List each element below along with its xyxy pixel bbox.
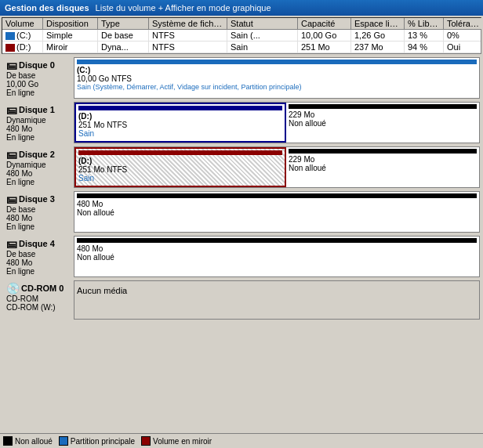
hd-icon: 🖴 — [6, 237, 17, 250]
disk-label-0: 🖴 Disque 0 De base 10,00 Go En ligne — [3, 57, 74, 99]
cell-volume: (D:) — [2, 42, 43, 52]
cell-pct: 13 % — [405, 30, 444, 41]
partition-label-unalloc: Non alloué — [77, 253, 477, 262]
partition-d1[interactable]: (D:) 251 Mo NTFS Sain — [74, 103, 286, 143]
col-header-pct[interactable]: % Libres — [405, 18, 444, 29]
partition-bar-black — [289, 149, 477, 154]
col-header-type[interactable]: Type — [98, 18, 149, 29]
col-header-capacity[interactable]: Capacité — [298, 18, 351, 29]
hd-icon: 🖴 — [6, 103, 17, 116]
partition-drive-label: (D:) — [78, 112, 282, 121]
partition-size-unalloc: 229 Mo — [289, 110, 477, 119]
legend-main-partition: Partition principale — [59, 436, 135, 446]
disk-label-2: 🖴 Disque 2 Dynamique 480 Mo En ligne — [3, 146, 74, 188]
table-row[interactable]: (D:) Miroir Dyna... NTFS Sain 251 Mo 237… — [2, 42, 481, 53]
partition-label-unalloc: Non alloué — [77, 208, 477, 217]
disk-label-cdrom: 💿 CD-ROM 0 CD-ROM CD-ROM (W:) — [3, 280, 74, 320]
partition-size: 251 Mo NTFS — [78, 165, 282, 174]
cell-tol: Oui — [444, 42, 483, 52]
disk-name-cdrom: 💿 CD-ROM 0 — [6, 282, 71, 294]
partition-bar-dark-blue — [78, 106, 282, 110]
legend-bar: Non alloué Partition principale Volume e… — [0, 433, 483, 448]
col-header-fs[interactable]: Système de fichiers — [149, 18, 227, 29]
partition-label-unalloc: Non alloué — [289, 164, 477, 172]
disk-graphic-2: (D:) 251 Mo NTFS Sain 229 Mo Non alloué — [74, 146, 480, 188]
disk-row-2: 🖴 Disque 2 Dynamique 480 Mo En ligne (D:… — [3, 146, 480, 188]
cell-free: 1,26 Go — [351, 30, 405, 41]
legend-text-main: Partition principale — [71, 437, 135, 446]
partition-d2[interactable]: (D:) 251 Mo NTFS Sain — [74, 147, 286, 187]
disk-name-3: 🖴 Disque 3 — [6, 193, 71, 205]
partition-status: Sain (Système, Démarrer, Actif, Vidage s… — [77, 83, 477, 91]
partition-unalloc1[interactable]: 229 Mo Non alloué — [286, 103, 479, 143]
disk-size-3: 480 Mo — [6, 214, 71, 222]
partition-status: Sain — [78, 129, 282, 138]
legend-text-mirror: Volume en miroir — [153, 437, 212, 446]
cell-status: Sain (... — [227, 30, 298, 41]
disk-graphic-3: 480 Mo Non alloué — [74, 191, 480, 233]
partition-size-unalloc: 480 Mo — [77, 244, 477, 253]
disk-status-0: En ligne — [6, 89, 71, 97]
legend-mirror-volume: Volume en miroir — [141, 436, 212, 446]
table-row[interactable]: (C:) Simple De base NTFS Sain (... 10,00… — [2, 30, 481, 42]
disk-row-4: 🖴 Disque 4 De base 480 Mo En ligne 480 M… — [3, 236, 480, 277]
disk-size-2: 480 Mo — [6, 169, 71, 178]
cell-tol: 0% — [444, 30, 483, 41]
partition-label-unalloc: Non alloué — [289, 119, 477, 128]
disk-size-4: 480 Mo — [6, 258, 71, 267]
disk-label-1: 🖴 Disque 1 Dynamique 480 Mo En ligne — [3, 102, 74, 143]
cell-free: 237 Mo — [351, 42, 405, 52]
table-header: Volume Disposition Type Système de fichi… — [2, 18, 481, 30]
disk-row-0: 🖴 Disque 0 De base 10,00 Go En ligne (C:… — [3, 57, 480, 99]
partition-c[interactable]: (C:) 10,00 Go NTFS Sain (Système, Démarr… — [74, 58, 479, 98]
partition-drive-label: (D:) — [78, 157, 282, 165]
partition-bar-blue — [77, 60, 477, 64]
col-header-free[interactable]: Espace libre — [351, 18, 405, 29]
partition-no-media[interactable]: Aucun média — [74, 281, 479, 319]
title-bar: Gestion des disques Liste du volume + Af… — [0, 0, 483, 16]
col-header-volume[interactable]: Volume — [2, 18, 43, 29]
disk-type-3: De base — [6, 205, 71, 214]
disk-type-0: De base — [6, 71, 71, 80]
disk-graph-section: 🖴 Disque 0 De base 10,00 Go En ligne (C:… — [0, 56, 483, 433]
hd-icon: 🖴 — [6, 148, 17, 161]
cell-pct: 94 % — [405, 42, 444, 52]
disk-label-4: 🖴 Disque 4 De base 480 Mo En ligne — [3, 236, 74, 277]
disk-size-cdrom: CD-ROM (W:) — [6, 303, 71, 312]
cell-layout: Simple — [43, 30, 98, 41]
cell-fs: NTFS — [149, 30, 227, 41]
partition-unalloc3[interactable]: 480 Mo Non alloué — [74, 192, 479, 232]
disk-status-4: En ligne — [6, 267, 71, 276]
no-media-label: Aucun média — [77, 286, 477, 295]
disk-type-4: De base — [6, 250, 71, 258]
legend-box-main — [59, 436, 68, 446]
cell-type: De base — [98, 30, 149, 41]
disk-row-cdrom: 💿 CD-ROM 0 CD-ROM CD-ROM (W:) Aucun médi… — [3, 280, 480, 320]
app-subtitle: Liste du volume + Afficher en mode graph… — [96, 3, 271, 13]
col-header-tol[interactable]: Tolérance... — [444, 18, 483, 29]
col-header-status[interactable]: Statut — [227, 18, 298, 29]
partition-bar-black — [289, 104, 477, 109]
hd-icon: 🖴 — [6, 59, 17, 71]
col-header-layout[interactable]: Disposition — [43, 18, 98, 29]
cell-capacity: 251 Mo — [298, 42, 351, 52]
cell-fs: NTFS — [149, 42, 227, 52]
partition-size-unalloc: 229 Mo — [289, 155, 477, 164]
partition-size-unalloc: 480 Mo — [77, 200, 477, 208]
disk-name-1: 🖴 Disque 1 — [6, 103, 71, 116]
disk-graphic-4: 480 Mo Non alloué — [74, 236, 480, 277]
disk-label-3: 🖴 Disque 3 De base 480 Mo En ligne — [3, 191, 74, 233]
main-content: Volume Disposition Type Système de fichi… — [0, 16, 483, 448]
disk-row-3: 🖴 Disque 3 De base 480 Mo En ligne 480 M… — [3, 191, 480, 233]
cell-volume: (C:) — [2, 30, 43, 41]
cell-layout: Miroir — [43, 42, 98, 52]
cell-capacity: 10,00 Go — [298, 30, 351, 41]
main-window: Gestion des disques Liste du volume + Af… — [0, 0, 483, 448]
partition-unalloc4[interactable]: 480 Mo Non alloué — [74, 237, 479, 276]
legend-unallocated: Non alloué — [3, 436, 53, 446]
disk-status-1: En ligne — [6, 133, 71, 142]
partition-drive-label: (C:) — [77, 66, 477, 74]
partition-unalloc2[interactable]: 229 Mo Non alloué — [286, 147, 479, 187]
disk-type-2: Dynamique — [6, 161, 71, 169]
partition-size: 10,00 Go NTFS — [77, 74, 477, 83]
